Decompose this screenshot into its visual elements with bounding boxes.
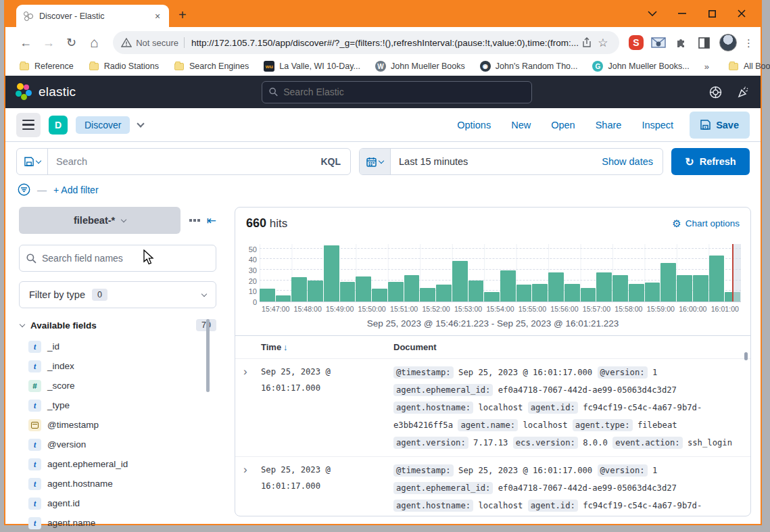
histogram-bar[interactable]: [548, 272, 564, 301]
histogram-bar[interactable]: [436, 285, 452, 301]
histogram-bar[interactable]: [308, 281, 323, 301]
histogram-bar[interactable]: [260, 289, 275, 301]
bookmark-item[interactable]: Radio Stations: [89, 61, 159, 72]
minimize-button[interactable]: [667, 3, 697, 24]
url-text[interactable]: http://172.105.7.150/app/discover#/?_g=(…: [191, 38, 579, 48]
nav-link-options[interactable]: Options: [457, 120, 491, 130]
kql-toggle[interactable]: KQL: [311, 156, 350, 167]
add-filter-link[interactable]: + Add filter: [53, 185, 99, 195]
back-icon[interactable]: ←: [16, 33, 35, 52]
field-item[interactable]: #_score: [19, 376, 216, 395]
query-search-input[interactable]: [48, 156, 311, 167]
field-item[interactable]: tagent.ephemeral_id: [19, 454, 216, 474]
field-item[interactable]: tagent.hostname: [19, 474, 216, 493]
breadcrumb-chevron-icon[interactable]: [137, 120, 145, 127]
menu-hamburger-icon[interactable]: [16, 113, 41, 137]
save-button[interactable]: Save: [690, 112, 750, 139]
new-tab-button[interactable]: +: [178, 7, 187, 23]
reading-mode-icon[interactable]: [696, 34, 713, 51]
histogram-bar[interactable]: [581, 288, 596, 301]
bookmark-item[interactable]: wuLa Valle, WI 10-Day...: [264, 61, 360, 72]
histogram-bar[interactable]: [612, 275, 628, 301]
field-item[interactable]: t@version: [19, 435, 216, 454]
histogram-bar[interactable]: [404, 275, 420, 301]
nav-link-new[interactable]: New: [511, 120, 531, 130]
histogram-plot[interactable]: [260, 244, 741, 302]
histogram-bar[interactable]: [532, 284, 548, 301]
histogram-bar[interactable]: [452, 261, 468, 301]
histogram-bar[interactable]: [596, 272, 612, 301]
all-bookmarks-button[interactable]: All Bookmarks: [728, 61, 770, 72]
tab-close-icon[interactable]: ×: [151, 10, 164, 22]
bookmark-star-icon[interactable]: ☆: [595, 34, 611, 51]
refresh-button[interactable]: ↻ Refresh: [671, 148, 750, 175]
nav-link-share[interactable]: Share: [596, 120, 622, 130]
histogram-bar[interactable]: [677, 275, 692, 301]
field-options-icon[interactable]: [189, 219, 200, 222]
home-icon[interactable]: ⌂: [85, 33, 103, 52]
histogram-bar[interactable]: [693, 275, 708, 301]
expand-row-icon[interactable]: ›: [243, 364, 261, 452]
table-scrollbar[interactable]: [744, 352, 748, 360]
nav-link-open[interactable]: Open: [551, 120, 575, 130]
histogram-bar[interactable]: [629, 284, 644, 301]
histogram-bar[interactable]: [516, 285, 532, 301]
filter-menu-icon[interactable]: [18, 183, 30, 196]
time-range-value[interactable]: Last 15 minutes: [391, 156, 602, 167]
global-search-input[interactable]: [283, 87, 525, 97]
puzzle-icon[interactable]: [673, 34, 690, 51]
histogram-bar[interactable]: [660, 263, 676, 301]
space-badge[interactable]: D: [49, 116, 68, 135]
forward-icon[interactable]: →: [39, 33, 58, 52]
show-dates-link[interactable]: Show dates: [602, 156, 663, 167]
bookmark-item[interactable]: WJohn Mueller Books: [375, 61, 465, 72]
histogram-bar[interactable]: [388, 282, 404, 301]
mail-icon[interactable]: [650, 34, 667, 51]
histogram-bar[interactable]: [420, 288, 435, 301]
bookmark-item[interactable]: Search Engines: [174, 61, 249, 72]
help-icon[interactable]: [709, 86, 722, 99]
field-item[interactable]: tagent.id: [19, 493, 216, 513]
chart-options-button[interactable]: ⚙ Chart options: [672, 218, 740, 230]
histogram-bar[interactable]: [645, 283, 660, 301]
field-search-input[interactable]: [42, 253, 209, 264]
nav-link-inspect[interactable]: Inspect: [642, 120, 673, 130]
histogram-bar[interactable]: [484, 292, 500, 301]
sidebar-scrollbar[interactable]: [206, 319, 210, 392]
histogram-bar[interactable]: [372, 289, 387, 301]
date-picker-menu-button[interactable]: [360, 149, 391, 174]
saved-query-menu-button[interactable]: [17, 149, 48, 174]
field-search[interactable]: [19, 245, 216, 272]
bookmarks-overflow-icon[interactable]: »: [704, 62, 709, 72]
browser-menu-icon[interactable]: ⋮: [744, 41, 754, 45]
browser-tab[interactable]: Discover - Elastic ×: [16, 5, 169, 27]
field-item[interactable]: t_index: [19, 356, 216, 376]
histogram-bar[interactable]: [291, 277, 307, 301]
global-search[interactable]: [262, 81, 532, 103]
histogram-bar[interactable]: [356, 276, 371, 301]
breadcrumb[interactable]: Discover: [76, 116, 130, 134]
histogram-bar[interactable]: [324, 245, 339, 301]
reload-icon[interactable]: ↻: [62, 33, 81, 52]
histogram-bar[interactable]: [468, 281, 484, 301]
histogram-bar[interactable]: [709, 256, 725, 301]
field-item[interactable]: t_id: [19, 337, 216, 356]
index-pattern-selector[interactable]: filebeat-*: [19, 207, 181, 234]
time-column-header[interactable]: Time↓: [261, 342, 393, 352]
field-item[interactable]: @timestamp: [19, 415, 216, 435]
close-window-button[interactable]: [727, 3, 756, 24]
field-item[interactable]: tagent.name: [19, 513, 216, 532]
bookmark-item[interactable]: GJohn Mueller Books...: [592, 61, 689, 72]
histogram-bar[interactable]: [564, 284, 580, 301]
histogram-bar[interactable]: [340, 282, 356, 301]
bookmark-item[interactable]: Reference: [19, 61, 74, 72]
chrome-chevron-icon[interactable]: [637, 3, 667, 24]
maximize-button[interactable]: [697, 3, 727, 24]
share-icon[interactable]: [579, 34, 595, 51]
grammarly-icon[interactable]: S: [629, 35, 644, 50]
newsfeed-icon[interactable]: [737, 86, 750, 99]
field-item[interactable]: t_type: [19, 395, 216, 415]
collapse-sidebar-icon[interactable]: ⇤: [207, 214, 216, 228]
url-bar[interactable]: Not secure http://172.105.7.150/app/disc…: [113, 31, 619, 54]
filter-by-type[interactable]: Filter by type 0: [19, 281, 216, 308]
